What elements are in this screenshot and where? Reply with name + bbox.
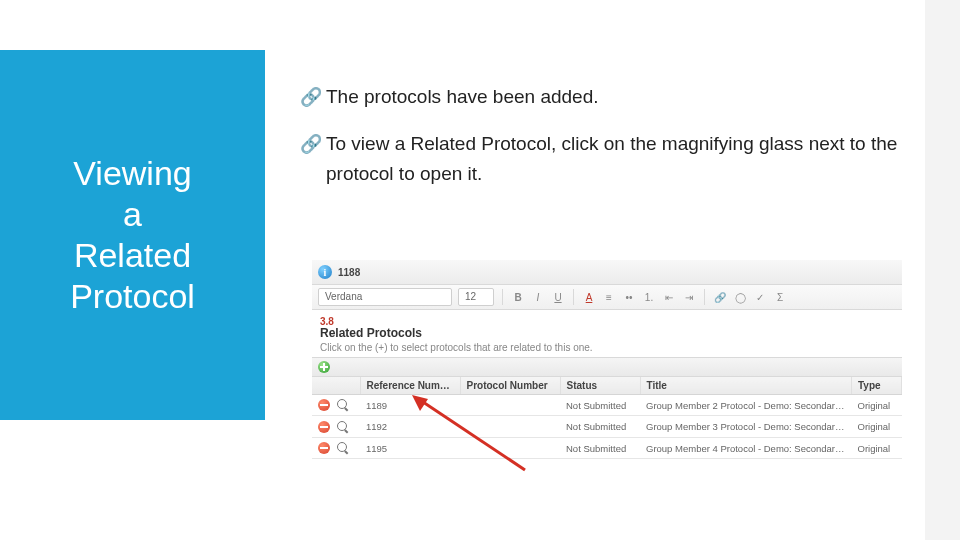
cell-protocol-number <box>460 416 560 437</box>
link-bullet-icon: 🔗 <box>300 84 322 112</box>
image-button[interactable]: ◯ <box>733 292 747 303</box>
cell-status: Not Submitted <box>560 416 640 437</box>
symbol-button[interactable]: Σ <box>773 292 787 303</box>
table-row: 1192 Not Submitted Group Member 3 Protoc… <box>312 416 902 437</box>
row-actions <box>312 437 360 458</box>
remove-protocol-button[interactable] <box>318 421 330 433</box>
body-content: 🔗 The protocols have been added. 🔗 To vi… <box>300 82 920 206</box>
col-status: Status <box>560 377 640 395</box>
table-row: 1189 Not Submitted Group Member 2 Protoc… <box>312 395 902 416</box>
magnifying-glass-icon[interactable] <box>337 399 349 411</box>
cell-status: Not Submitted <box>560 395 640 416</box>
indent-button[interactable]: ⇥ <box>682 292 696 303</box>
table-header-row: Reference Number Protocol Number Status … <box>312 377 902 395</box>
separator <box>704 289 705 305</box>
cell-reference: 1192 <box>360 416 460 437</box>
section-subtitle: Click on the (+) to select protocols tha… <box>320 342 894 353</box>
italic-button[interactable]: I <box>531 292 545 303</box>
slide: Viewing a Related Protocol 🔗 The protoco… <box>0 0 960 540</box>
align-left-button[interactable]: ≡ <box>602 292 616 303</box>
col-reference-number: Reference Number <box>360 377 460 395</box>
embedded-screenshot: i 1188 Verdana 12 B I U A ≡ •• 1. ⇤ ⇥ 🔗 … <box>312 260 902 459</box>
link-button[interactable]: 🔗 <box>713 292 727 303</box>
cell-title: Group Member 3 Protocol - Demo: Secondar… <box>640 416 852 437</box>
bullet-2: 🔗 To view a Related Protocol, click on t… <box>300 129 920 188</box>
separator <box>573 289 574 305</box>
font-size-dropdown[interactable]: 12 <box>458 288 494 306</box>
related-protocols-table: Reference Number Protocol Number Status … <box>312 377 902 459</box>
col-title: Title <box>640 377 852 395</box>
cell-type: Original <box>852 416 902 437</box>
table-row: 1195 Not Submitted Group Member 4 Protoc… <box>312 437 902 458</box>
section-header: 3.8 Related Protocols Click on the (+) t… <box>312 310 902 357</box>
magnifying-glass-icon[interactable] <box>337 421 349 433</box>
add-protocol-button[interactable] <box>318 361 330 373</box>
cell-title: Group Member 2 Protocol - Demo: Secondar… <box>640 395 852 416</box>
cell-protocol-number <box>460 437 560 458</box>
bullet-1: 🔗 The protocols have been added. <box>300 82 920 111</box>
col-protocol-number: Protocol Number <box>460 377 560 395</box>
font-color-button[interactable]: A <box>582 292 596 303</box>
remove-protocol-button[interactable] <box>318 399 330 411</box>
format-toolbar: Verdana 12 B I U A ≡ •• 1. ⇤ ⇥ 🔗 ◯ ✓ Σ <box>312 285 902 310</box>
magnifying-glass-icon[interactable] <box>337 442 349 454</box>
col-actions <box>312 377 360 395</box>
section-title: Related Protocols <box>320 326 894 340</box>
bullet-1-text: The protocols have been added. <box>326 82 920 111</box>
bulleted-list-button[interactable]: •• <box>622 292 636 303</box>
bold-button[interactable]: B <box>511 292 525 303</box>
numbered-list-button[interactable]: 1. <box>642 292 656 303</box>
spellcheck-button[interactable]: ✓ <box>753 292 767 303</box>
row-actions <box>312 416 360 437</box>
left-title-panel: Viewing a Related Protocol <box>0 50 265 420</box>
cell-reference: 1189 <box>360 395 460 416</box>
col-type: Type <box>852 377 902 395</box>
titlebar-number: 1188 <box>338 267 360 278</box>
section-tools <box>312 357 902 377</box>
cell-reference: 1195 <box>360 437 460 458</box>
right-gutter <box>925 0 960 540</box>
remove-protocol-button[interactable] <box>318 442 330 454</box>
cell-title: Group Member 4 Protocol - Demo: Secondar… <box>640 437 852 458</box>
row-actions <box>312 395 360 416</box>
cell-protocol-number <box>460 395 560 416</box>
screenshot-titlebar: i 1188 <box>312 260 902 285</box>
font-family-dropdown[interactable]: Verdana <box>318 288 452 306</box>
cell-type: Original <box>852 437 902 458</box>
slide-title: Viewing a Related Protocol <box>70 153 195 316</box>
underline-button[interactable]: U <box>551 292 565 303</box>
separator <box>502 289 503 305</box>
outdent-button[interactable]: ⇤ <box>662 292 676 303</box>
link-bullet-icon: 🔗 <box>300 131 322 159</box>
info-icon: i <box>318 265 332 279</box>
cell-status: Not Submitted <box>560 437 640 458</box>
cell-type: Original <box>852 395 902 416</box>
bullet-2-text: To view a Related Protocol, click on the… <box>326 129 920 188</box>
